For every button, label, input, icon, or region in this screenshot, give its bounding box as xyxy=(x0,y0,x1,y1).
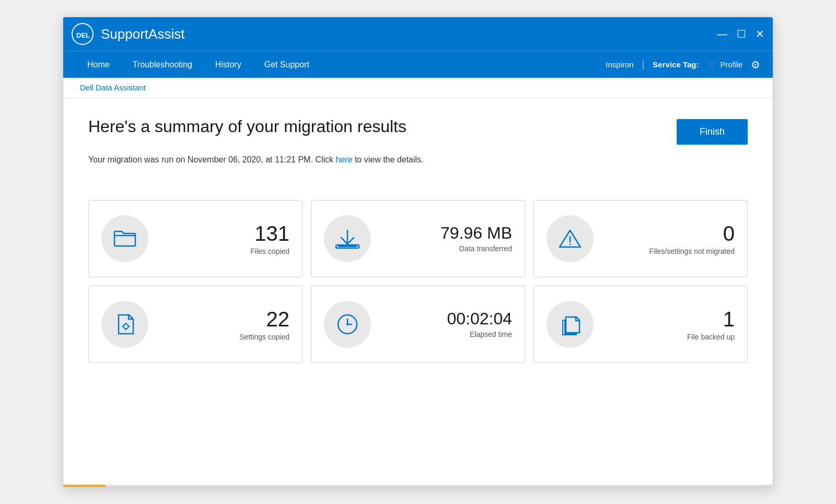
stat-card-settings-copied: 22 Settings copied xyxy=(88,286,303,363)
stat-card-file-backed-up: 1 File backed up xyxy=(533,286,748,363)
settings-copied-label: Settings copied xyxy=(161,333,289,341)
device-name: Inspiron xyxy=(606,60,633,69)
nav-right: Inspiron | Service Tag: 👤 Profile ⚙ xyxy=(606,58,760,71)
warning-icon xyxy=(556,225,584,252)
settings-file-icon-circle xyxy=(101,301,148,348)
data-transferred-label: Data transferred xyxy=(384,244,512,253)
subtitle-prefix: Your migration was run on November 06, 2… xyxy=(88,155,335,164)
file-backed-up-value: 1 xyxy=(606,308,735,331)
breadcrumb: Dell Data Assistant xyxy=(80,83,146,92)
dell-logo: DELL xyxy=(72,23,94,45)
settings-copied-value: 22 xyxy=(161,308,289,331)
details-link[interactable]: here xyxy=(335,155,352,164)
clock-icon-circle xyxy=(324,301,371,348)
finish-button[interactable]: Finish xyxy=(677,119,748,145)
profile-label: Profile xyxy=(720,60,742,69)
folder-icon xyxy=(111,225,138,252)
stat-card-elapsed-time: 00:02:04 Elapsed time xyxy=(311,286,525,363)
stat-info-data-transferred: 79.96 MB Data transferred xyxy=(384,224,512,253)
nav-history[interactable]: History xyxy=(204,51,253,78)
maximize-button[interactable]: ☐ xyxy=(737,29,746,39)
stat-info-not-migrated: 0 Files/settings not migrated xyxy=(606,222,735,255)
svg-point-13 xyxy=(346,323,349,325)
main-content: Here's a summary of your migration resul… xyxy=(63,98,773,485)
bottom-accent xyxy=(63,485,773,487)
stat-info-files-copied: 131 Files copied xyxy=(161,222,289,255)
svg-text:DELL: DELL xyxy=(76,31,90,39)
nav-left: Home Troubleshooting History Get Support xyxy=(76,51,606,78)
breadcrumb-bar: Dell Data Assistant xyxy=(63,78,773,98)
nav-home[interactable]: Home xyxy=(76,51,121,78)
profile-nav[interactable]: 👤 Profile xyxy=(707,60,742,69)
summary-subtitle: Your migration was run on November 06, 2… xyxy=(88,153,748,167)
window-controls: — ☐ ✕ xyxy=(717,29,764,39)
settings-icon[interactable]: ⚙ xyxy=(751,58,760,71)
subtitle-suffix: to view the details. xyxy=(352,155,423,164)
elapsed-time-value: 00:02:04 xyxy=(384,310,512,328)
stat-info-file-backed-up: 1 File backed up xyxy=(606,308,735,341)
stat-info-elapsed-time: 00:02:04 Elapsed time xyxy=(384,310,512,338)
nav-troubleshooting[interactable]: Troubleshooting xyxy=(121,51,204,78)
title-bar: DELL SupportAssist — ☐ ✕ xyxy=(63,17,773,51)
nav-getsupport[interactable]: Get Support xyxy=(253,51,321,78)
not-migrated-label: Files/settings not migrated xyxy=(606,247,735,255)
profile-icon: 👤 xyxy=(707,60,717,69)
clock-icon xyxy=(334,311,361,338)
file-backed-up-label: File backed up xyxy=(606,333,735,341)
elapsed-time-label: Elapsed time xyxy=(384,330,512,338)
not-migrated-value: 0 xyxy=(606,222,735,245)
stat-card-files-copied: 131 Files copied xyxy=(88,200,303,277)
copy-file-icon xyxy=(556,311,584,338)
close-button[interactable]: ✕ xyxy=(756,29,764,39)
warning-icon-circle xyxy=(547,215,594,262)
minimize-button[interactable]: — xyxy=(717,29,727,39)
summary-title: Here's a summary of your migration resul… xyxy=(88,117,407,136)
stats-grid: 131 Files copied 79.96 MB Data transfe xyxy=(88,200,748,363)
download-icon-circle xyxy=(324,215,371,262)
data-transferred-value: 79.96 MB xyxy=(384,224,512,242)
stat-card-data-transferred: 79.96 MB Data transferred xyxy=(311,200,525,277)
stat-info-settings-copied: 22 Settings copied xyxy=(161,308,289,341)
files-copied-label: Files copied xyxy=(161,247,289,255)
svg-point-5 xyxy=(124,324,129,329)
folder-icon-circle xyxy=(101,215,148,262)
nav-bar: Home Troubleshooting History Get Support… xyxy=(63,51,773,78)
nav-divider: | xyxy=(642,59,645,70)
copy-file-icon-circle xyxy=(547,301,594,348)
files-copied-value: 131 xyxy=(161,222,289,245)
download-icon xyxy=(334,225,361,252)
app-window: DELL SupportAssist — ☐ ✕ Home Troublesho… xyxy=(63,17,773,487)
settings-file-icon xyxy=(111,311,138,338)
svg-point-4 xyxy=(570,243,571,245)
stat-card-not-migrated: 0 Files/settings not migrated xyxy=(533,200,748,277)
service-tag-label: Service Tag: xyxy=(653,60,699,69)
app-title: SupportAssist xyxy=(101,26,717,42)
summary-header: Here's a summary of your migration resul… xyxy=(88,117,748,145)
